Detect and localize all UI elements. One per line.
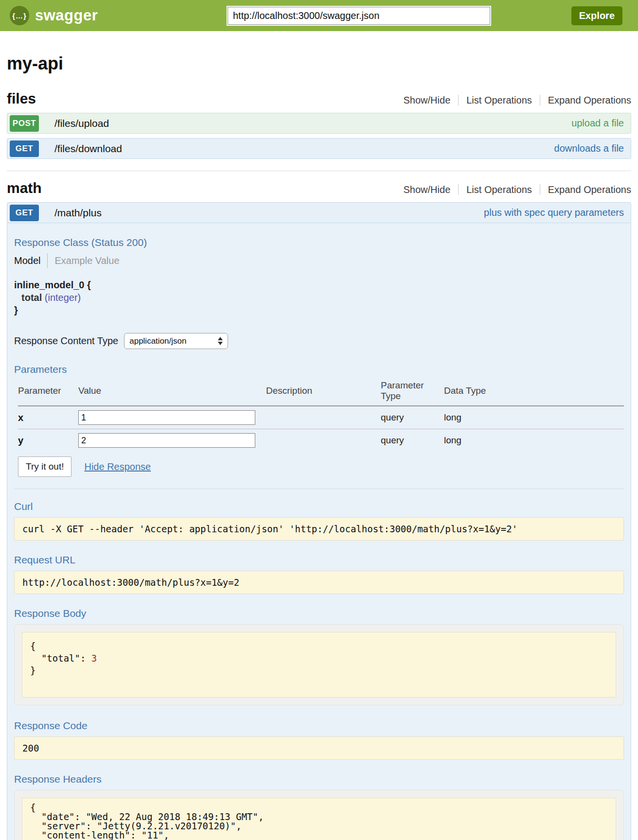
show-hide-link[interactable]: Show/Hide	[404, 184, 451, 195]
show-hide-link[interactable]: Show/Hide	[404, 95, 451, 105]
api-url-input[interactable]	[228, 7, 490, 25]
request-url-heading: Request URL	[14, 554, 624, 566]
response-content-type-label: Response Content Type	[14, 335, 118, 347]
response-body-heading: Response Body	[14, 608, 624, 619]
expand-operations-link[interactable]: Expand Operations	[548, 184, 631, 195]
response-code-heading: Response Code	[14, 720, 624, 732]
list-operations-link[interactable]: List Operations	[458, 184, 540, 195]
col-parameter-type: Parameter Type	[381, 380, 444, 402]
operation-panel: Response Class (Status 200) Model Exampl…	[7, 223, 631, 840]
response-divider	[14, 489, 624, 489]
section-head-files: files Show/HideList OperationsExpand Ope…	[7, 90, 631, 107]
section-title-math[interactable]: math	[7, 180, 42, 196]
response-headers-block: { "date": "Wed, 22 Aug 2018 18:49:13 GMT…	[22, 798, 616, 840]
response-content-type-select[interactable]: application/json	[124, 333, 228, 349]
response-headers-heading: Response Headers	[14, 773, 624, 785]
param-row-y: y query long	[18, 429, 624, 452]
op-path[interactable]: /math/plus	[54, 207, 102, 219]
col-description: Description	[266, 385, 381, 396]
list-operations-link[interactable]: List Operations	[458, 95, 540, 105]
dropdown-arrows-icon	[218, 337, 223, 345]
col-data-type: Data Type	[444, 385, 624, 396]
try-it-out-button[interactable]: Try it out!	[18, 456, 71, 477]
param-name: y	[18, 435, 78, 446]
hide-response-link[interactable]: Hide Response	[84, 461, 151, 472]
param-data-type: long	[444, 435, 624, 446]
op-row-post-files-upload[interactable]: POST /files/upload upload a file	[7, 113, 631, 134]
expand-operations-link[interactable]: Expand Operations	[548, 95, 631, 105]
method-badge-get: GET	[10, 205, 39, 221]
parameters-heading: Parameters	[14, 364, 624, 375]
tab-example-value[interactable]: Example Value	[54, 255, 119, 266]
op-row-get-math-plus[interactable]: GET /math/plus plus with spec query para…	[7, 202, 631, 223]
response-body-wrapper: { "total": 3 }	[14, 624, 624, 705]
model-close: }	[14, 304, 624, 316]
param-name: x	[18, 412, 78, 423]
param-type: query	[381, 435, 444, 446]
request-url-value: http://localhost:3000/math/plus?x=1&y=2	[14, 571, 624, 594]
response-headers-wrapper: { "date": "Wed, 22 Aug 2018 18:49:13 GMT…	[14, 790, 624, 840]
param-value-input-y[interactable]	[78, 433, 255, 448]
tab-separator	[47, 253, 48, 268]
tab-model[interactable]: Model	[14, 255, 40, 266]
response-body-value: 3	[91, 653, 97, 664]
col-parameter: Parameter	[18, 385, 78, 396]
col-value: Value	[78, 385, 266, 396]
response-code-value: 200	[14, 736, 624, 760]
parameters-table: Parameter Value Description Parameter Ty…	[18, 380, 624, 452]
section-head-math: math Show/HideList OperationsExpand Oper…	[7, 180, 631, 196]
param-type: query	[381, 412, 444, 423]
param-data-type: long	[444, 412, 624, 423]
curl-command: curl -X GET --header 'Accept: applicatio…	[14, 517, 624, 541]
page-title: my-api	[7, 53, 631, 74]
section-title-files[interactable]: files	[7, 90, 36, 107]
header-bar: {…} swagger Explore	[0, 0, 638, 31]
op-row-get-files-download[interactable]: GET /files/download downloads a file	[7, 138, 631, 159]
brand-title: swagger	[35, 7, 98, 24]
op-summary-link[interactable]: upload a file	[571, 118, 624, 129]
content-type-selected-value: application/json	[129, 336, 186, 346]
model-definition: inline_model_0 { total (integer) }	[14, 279, 624, 316]
brand[interactable]: {…} swagger	[10, 6, 98, 25]
explore-button[interactable]: Explore	[571, 6, 622, 25]
curl-heading: Curl	[14, 501, 624, 512]
method-badge-get: GET	[10, 140, 39, 157]
model-tabs: Model Example Value	[14, 253, 624, 268]
op-summary-link[interactable]: downloads a file	[554, 143, 624, 154]
param-row-x: x query long	[18, 406, 624, 429]
op-summary-link[interactable]: plus with spec query parameters	[484, 207, 624, 218]
response-body-block: { "total": 3 }	[22, 632, 616, 698]
section-divider	[7, 171, 631, 171]
prop-type: (integer)	[45, 292, 81, 303]
op-path[interactable]: /files/upload	[54, 118, 109, 129]
method-badge-post: POST	[10, 115, 39, 132]
model-open: inline_model_0 {	[14, 279, 624, 291]
parameters-table-header: Parameter Value Description Parameter Ty…	[18, 380, 624, 406]
op-path[interactable]: /files/download	[54, 143, 122, 155]
response-class-heading: Response Class (Status 200)	[14, 237, 624, 248]
swagger-logo-icon: {…}	[10, 6, 29, 25]
param-value-input-x[interactable]	[78, 410, 255, 425]
prop-name: total	[21, 292, 42, 303]
